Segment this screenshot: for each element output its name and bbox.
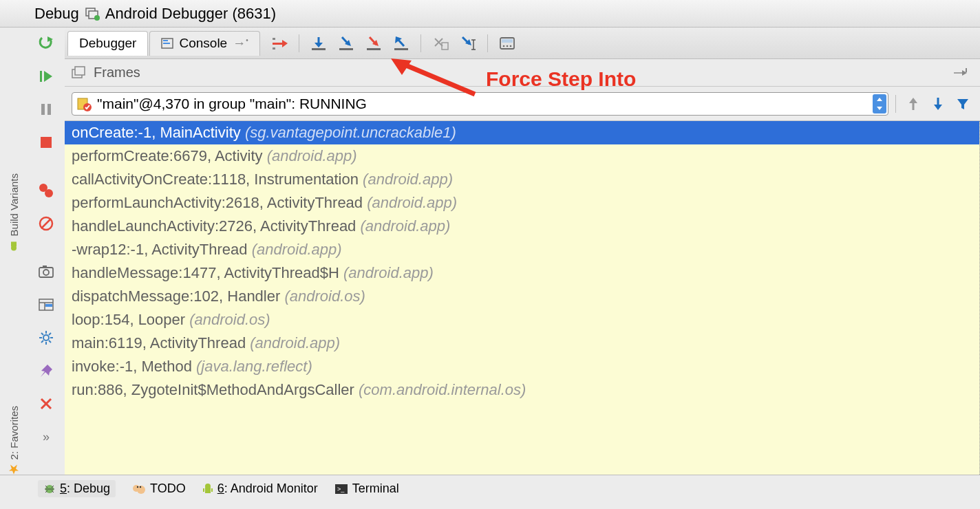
svg-rect-41 — [312, 48, 326, 50]
svg-rect-22 — [45, 304, 52, 307]
bottom-todo[interactable]: TODO — [132, 481, 186, 496]
tab-console[interactable]: Console →• — [149, 31, 259, 56]
settings-button[interactable] — [34, 326, 58, 349]
detach-icon[interactable] — [954, 68, 980, 78]
stack-frame[interactable]: dispatchMessage:102, Handler (android.os… — [65, 285, 979, 308]
svg-rect-92 — [203, 488, 204, 492]
step-into-button[interactable] — [335, 33, 357, 54]
terminal-tool-icon: >_ — [334, 484, 348, 495]
svg-rect-40 — [273, 47, 275, 50]
stack-frame[interactable]: loop:154, Looper (android.os) — [65, 308, 979, 332]
svg-line-29 — [49, 340, 51, 343]
stack-frame[interactable]: performLaunchActivity:2618, ActivityThre… — [65, 191, 979, 215]
run-to-cursor-button[interactable] — [457, 33, 479, 54]
svg-point-2 — [94, 15, 100, 21]
svg-rect-7 — [40, 71, 42, 82]
stack-frame[interactable]: performCreate:6679, Activity (android.ap… — [65, 144, 979, 168]
thread-selector[interactable]: "main"@4,370 in group "main": RUNNING — [72, 92, 888, 116]
step-over-button[interactable] — [308, 33, 330, 54]
android-session-icon — [85, 6, 100, 21]
resume-button[interactable] — [34, 65, 58, 88]
frame-package: (android.app) — [363, 171, 453, 188]
svg-marker-73 — [877, 98, 882, 101]
frame-method: loop:154, Looper — [72, 311, 189, 328]
svg-rect-10 — [47, 104, 51, 115]
todo-tool-icon — [132, 483, 146, 495]
filter-frames-button[interactable] — [952, 94, 973, 114]
svg-line-30 — [41, 340, 43, 343]
tool-column: » — [28, 28, 65, 475]
breakpoints-button[interactable] — [34, 179, 58, 202]
svg-marker-76 — [909, 98, 917, 103]
build-variants-rail[interactable]: Build Variants — [8, 173, 20, 251]
frames-icon — [72, 66, 87, 80]
svg-point-64 — [506, 45, 508, 47]
svg-rect-55 — [442, 43, 448, 50]
thread-stepper-icon[interactable] — [873, 94, 886, 113]
pause-button[interactable] — [34, 98, 58, 121]
stack-frame[interactable]: invoke:-1, Method (java.lang.reflect) — [65, 355, 979, 378]
bottom-toolwindow-bar: 5: Debug TODO 6: Android Monitor >_ Term… — [0, 475, 980, 502]
debug-tool-icon — [43, 483, 56, 495]
drop-frame-button[interactable] — [429, 33, 451, 54]
stack-frame[interactable]: callActivityOnCreate:1118, Instrumentati… — [65, 168, 979, 191]
camera-button[interactable] — [34, 260, 58, 283]
stack-frame[interactable]: handleLaunchActivity:2726, ActivityThrea… — [65, 215, 979, 238]
next-frame-button[interactable] — [928, 94, 948, 114]
svg-point-13 — [45, 189, 53, 197]
bottom-terminal[interactable]: >_ Terminal — [334, 481, 399, 496]
svg-rect-62 — [502, 39, 513, 43]
svg-rect-50 — [394, 48, 408, 50]
frame-package: (android.app) — [252, 241, 342, 258]
svg-marker-74 — [877, 107, 882, 110]
frame-package: (java.lang.reflect) — [196, 358, 312, 375]
show-execution-point-button[interactable] — [268, 33, 290, 54]
svg-line-15 — [41, 219, 51, 228]
svg-rect-44 — [339, 48, 353, 50]
svg-rect-36 — [163, 43, 170, 44]
debug-label: Debug — [34, 5, 79, 23]
bottom-android-monitor[interactable]: 6: Android Monitor — [202, 481, 318, 496]
svg-rect-37 — [273, 43, 282, 45]
layout-button[interactable] — [34, 293, 58, 316]
frame-method: callActivityOnCreate:1118, Instrumentati… — [72, 171, 363, 188]
rerun-button[interactable] — [34, 32, 58, 55]
stack-list[interactable]: onCreate:-1, MainActivity (sg.vantagepoi… — [65, 121, 980, 475]
stack-frame[interactable]: onCreate:-1, MainActivity (sg.vantagepoi… — [65, 121, 979, 144]
thread-text: "main"@4,370 in group "main": RUNNING — [97, 96, 367, 112]
force-step-into-button[interactable] — [363, 33, 385, 54]
stack-frame[interactable]: handleMessage:1477, ActivityThread$H (an… — [65, 261, 979, 285]
step-toolbar — [262, 33, 518, 54]
stack-frame[interactable]: -wrap12:-1, ActivityThread (android.app) — [65, 238, 979, 261]
evaluate-button[interactable] — [496, 33, 518, 54]
favorites-rail[interactable]: 2: Favorites — [8, 406, 20, 475]
stop-button[interactable] — [34, 131, 58, 154]
more-button[interactable]: » — [34, 425, 58, 448]
frame-method: onCreate:-1, MainActivity — [72, 124, 245, 141]
console-icon — [161, 38, 173, 49]
svg-point-88 — [137, 486, 138, 487]
frame-method: handleLaunchActivity:2726, ActivityThrea… — [72, 217, 360, 235]
stack-frame[interactable]: run:886, ZygoteInit$MethodAndArgsCaller … — [65, 378, 979, 402]
svg-rect-93 — [211, 488, 213, 492]
step-out-button[interactable] — [390, 33, 412, 54]
tab-debugger[interactable]: Debugger — [67, 31, 148, 56]
close-button[interactable] — [34, 392, 58, 415]
svg-point-63 — [502, 45, 504, 47]
frame-method: -wrap12:-1, ActivityThread — [72, 241, 252, 258]
svg-point-23 — [43, 335, 49, 340]
stack-frame[interactable]: main:6119, ActivityThread (android.app) — [65, 332, 979, 355]
frame-method: performCreate:6679, Activity — [72, 147, 267, 164]
frame-package: (android.app) — [367, 194, 457, 211]
mute-breakpoints-button[interactable] — [34, 212, 58, 235]
bottom-debug[interactable]: 5: Debug — [38, 480, 116, 497]
svg-point-65 — [509, 45, 511, 47]
svg-rect-35 — [163, 40, 168, 41]
svg-text:>_: >_ — [337, 486, 345, 492]
pin-button[interactable] — [34, 359, 58, 382]
svg-marker-5 — [9, 464, 19, 474]
svg-point-89 — [140, 486, 141, 487]
prev-frame-button[interactable] — [903, 94, 924, 114]
frame-package: (sg.vantagepoint.uncrackable1) — [245, 124, 456, 141]
frame-method: main:6119, ActivityThread — [72, 334, 250, 351]
